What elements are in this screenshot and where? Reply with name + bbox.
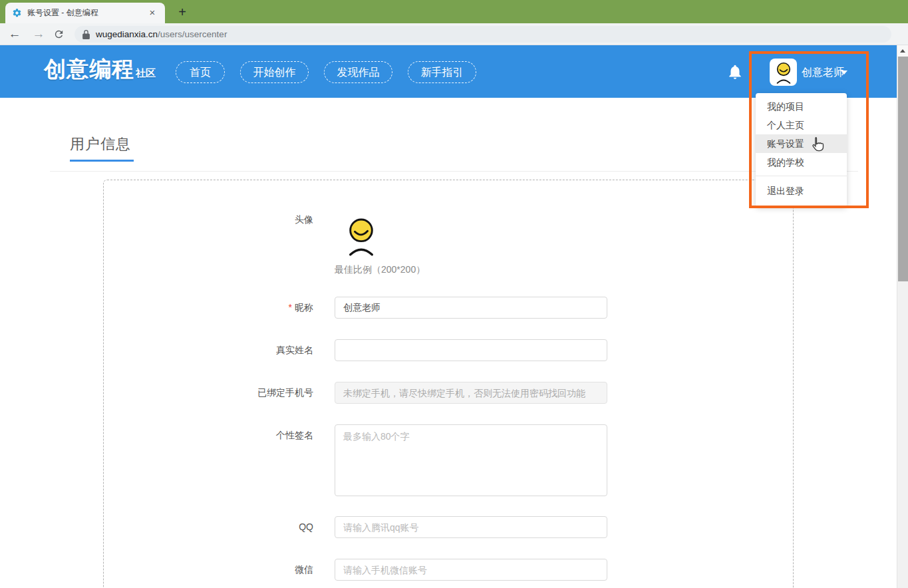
menu-item-profile[interactable]: 个人主页 xyxy=(756,116,847,134)
cursor-hand-icon xyxy=(809,135,827,153)
wechat-input[interactable] xyxy=(335,559,607,581)
chevron-down-icon xyxy=(841,71,847,74)
url-path: /users/usercenter xyxy=(158,29,227,39)
smiley-avatar-icon xyxy=(774,61,793,84)
user-info-panel: 头像 最佳比例（200*200） *昵称 真实姓名 已绑定手机号 个性签名 QQ… xyxy=(103,180,794,588)
logo-sub-text: 社区 xyxy=(136,67,156,78)
signature-textarea[interactable] xyxy=(335,424,607,496)
profile-avatar[interactable] xyxy=(345,216,377,259)
notification-bell-icon[interactable] xyxy=(726,63,744,81)
url-domain: wugedianxia.cn xyxy=(96,29,158,39)
page-title: 用户信息 xyxy=(70,134,131,154)
menu-item-logout[interactable]: 退出登录 xyxy=(756,180,847,202)
nickname-label-text: 昵称 xyxy=(295,302,313,313)
screen: 账号设置 - 创意编程 × + ← → wugedianxia.cn/users… xyxy=(0,0,908,588)
scrollbar-thumb[interactable] xyxy=(898,57,908,281)
scrollbar-up-button[interactable] xyxy=(897,45,908,57)
browser-tabstrip: 账号设置 - 创意编程 × + xyxy=(0,0,908,23)
site-navbar: 创意编程社区 首页 开始创作 发现作品 新手指引 创意老师 xyxy=(0,45,897,98)
tab-title: 账号设置 - 创意编程 xyxy=(27,7,146,19)
smiley-avatar-icon xyxy=(345,216,377,257)
browser-toolbar: ← → wugedianxia.cn/users/usercenter xyxy=(0,23,908,45)
forward-icon[interactable]: → xyxy=(29,23,48,45)
nav-item-discover[interactable]: 发现作品 xyxy=(324,61,392,83)
avatar-hint: 最佳比例（200*200） xyxy=(335,264,425,276)
realname-input[interactable] xyxy=(335,339,607,361)
menu-item-account-settings[interactable]: 账号设置 xyxy=(756,134,847,153)
section-separator xyxy=(50,171,858,172)
browser-tab[interactable]: 账号设置 - 创意编程 × xyxy=(5,3,165,23)
nickname-input[interactable] xyxy=(335,297,607,319)
navbar-avatar[interactable] xyxy=(770,59,797,86)
realname-label: 真实姓名 xyxy=(104,339,313,361)
url-text: wugedianxia.cn/users/usercenter xyxy=(96,29,227,39)
user-dropdown-menu: 我的项目 个人主页 账号设置 我的学校 退出登录 xyxy=(756,93,847,207)
menu-item-label: 账号设置 xyxy=(767,138,804,149)
menu-divider xyxy=(756,176,847,176)
title-underline xyxy=(70,160,134,162)
address-bar[interactable]: wugedianxia.cn/users/usercenter xyxy=(75,26,891,43)
nav-item-create[interactable]: 开始创作 xyxy=(240,61,309,83)
scrollbar[interactable] xyxy=(897,45,908,588)
required-mark: * xyxy=(289,302,292,313)
signature-label: 个性签名 xyxy=(104,424,313,446)
wechat-label: 微信 xyxy=(104,559,313,581)
reload-icon[interactable] xyxy=(53,29,65,40)
phone-label: 已绑定手机号 xyxy=(104,382,313,404)
lock-icon xyxy=(82,30,90,39)
qq-input[interactable] xyxy=(335,516,607,538)
nav-item-guide[interactable]: 新手指引 xyxy=(408,61,476,83)
tab-close-icon[interactable]: × xyxy=(146,7,158,19)
new-tab-icon[interactable]: + xyxy=(173,4,192,21)
site-logo[interactable]: 创意编程社区 xyxy=(44,55,156,84)
navbar-username[interactable]: 创意老师 xyxy=(802,59,844,86)
phone-input xyxy=(335,382,607,404)
favicon-gear-icon xyxy=(12,8,22,18)
scrollbar-up-icon xyxy=(900,49,905,53)
nickname-label: *昵称 xyxy=(104,297,313,319)
menu-item-my-projects[interactable]: 我的项目 xyxy=(756,97,847,116)
nav-item-home[interactable]: 首页 xyxy=(176,61,225,83)
avatar-label: 头像 xyxy=(104,214,313,226)
back-icon[interactable]: ← xyxy=(5,23,24,45)
qq-label: QQ xyxy=(104,516,313,538)
logo-main-text: 创意编程 xyxy=(44,57,134,81)
menu-item-my-school[interactable]: 我的学校 xyxy=(756,153,847,172)
